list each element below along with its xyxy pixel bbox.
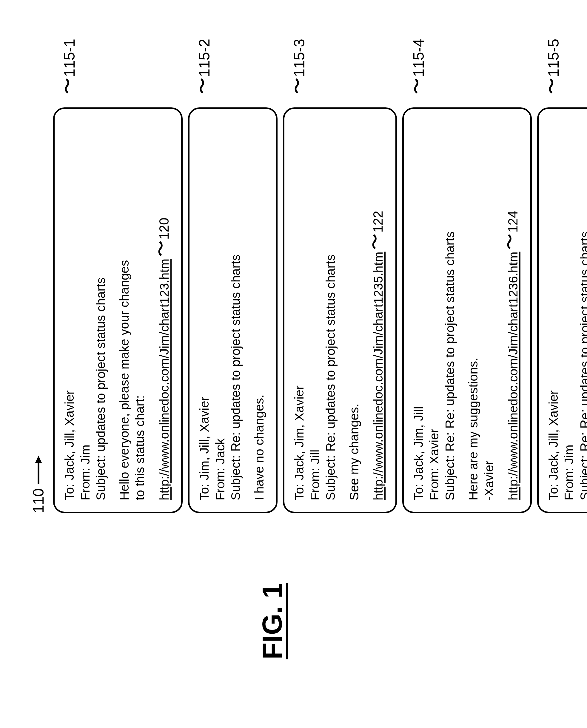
- link-ref: 〜124: [504, 211, 521, 250]
- email-from: From: Jack: [212, 120, 228, 500]
- link-ref-number: 124: [504, 211, 521, 233]
- email-to: To: Jack, Jim, Xavier: [291, 120, 307, 500]
- link-ref-number: 122: [370, 211, 386, 233]
- row-ref: 〜115-1: [61, 39, 78, 94]
- email-from: From: Jill: [307, 120, 323, 500]
- email-link[interactable]: http://www.onlinedoc.com/Jim/chart1236.h…: [506, 252, 521, 500]
- email-row: To: Jack, Jim, Jill From: Xavier Subject…: [402, 72, 532, 513]
- stack-ref-header: 110: [30, 72, 47, 513]
- row-ref: 〜115-2: [196, 39, 213, 94]
- email-card: To: Jim, Jill, Xavier From: Jack Subject…: [188, 107, 278, 513]
- arrow-icon: [34, 456, 43, 484]
- link-ref-number: 120: [156, 218, 172, 240]
- email-link[interactable]: http://www.onlinedoc.com/Jim/chart1235.h…: [371, 252, 386, 500]
- email-body-line: I have no changes.: [252, 120, 267, 500]
- email-to: To: Jack, Jill, Xavier: [62, 120, 77, 500]
- email-row: To: Jim, Jill, Xavier From: Jack Subject…: [188, 72, 278, 513]
- email-subject: Subject: Re: Re: updates to project stat…: [577, 120, 587, 500]
- row-ref-number: 115-4: [410, 39, 427, 77]
- email-card: To: Jack, Jim, Xavier From: Jill Subject…: [283, 107, 397, 513]
- email-from: From: Xavier: [426, 120, 442, 500]
- svg-marker-1: [35, 456, 42, 463]
- row-ref-number: 115-3: [291, 39, 308, 77]
- email-from: From: Jim: [561, 120, 577, 500]
- email-body-line: -Xavier: [482, 120, 497, 500]
- row-ref: 〜115-3: [291, 39, 308, 94]
- email-row: To: Jack, Jim, Xavier From: Jill Subject…: [283, 72, 397, 513]
- email-body-line: See my changes.: [347, 120, 362, 500]
- stack-ref-number: 110: [30, 488, 47, 513]
- row-ref-number: 115-5: [545, 39, 562, 77]
- email-subject: Subject: Re: updates to project status c…: [323, 120, 339, 500]
- row-ref-number: 115-2: [196, 39, 213, 77]
- email-to: To: Jack, Jim, Jill: [411, 120, 427, 500]
- link-ref: 〜122: [370, 211, 386, 250]
- email-to: To: Jack, Jill, Xavier: [546, 120, 562, 500]
- email-from: From: Jim: [77, 120, 93, 500]
- email-body-line: to this status chart:: [132, 120, 148, 500]
- email-row: To: Jack, Jill, Xavier From: Jim Subject…: [537, 72, 587, 513]
- row-ref: 〜115-5: [545, 39, 562, 94]
- email-subject: Subject: Re: Re: updates to project stat…: [442, 120, 458, 500]
- email-card: To: Jack, Jim, Jill From: Xavier Subject…: [402, 107, 532, 513]
- row-ref-number: 115-1: [61, 39, 78, 77]
- email-subject: Subject: updates to project status chart…: [93, 120, 109, 500]
- email-row: To: Jack, Jill, Xavier From: Jim Subject…: [53, 72, 183, 513]
- email-to: To: Jim, Jill, Xavier: [197, 120, 212, 500]
- email-stack: 110 To: Jack, Jill, Xavier From: Jim Sub…: [30, 72, 587, 513]
- email-subject: Subject: Re: updates to project status c…: [228, 120, 244, 500]
- email-body-line: Hello everyone, please make your changes: [117, 120, 133, 500]
- email-card: To: Jack, Jill, Xavier From: Jim Subject…: [53, 107, 183, 513]
- figure-label: FIG. 1: [257, 583, 288, 659]
- email-card: To: Jack, Jill, Xavier From: Jim Subject…: [537, 107, 587, 513]
- rotated-stage: FIG. 1 110 To: Jack, Jill, Xavier From: …: [0, 0, 587, 728]
- link-ref: 〜120: [156, 218, 172, 257]
- row-ref: 〜115-4: [410, 39, 427, 94]
- email-link[interactable]: http://www.onlinedoc.com/Jim/chart123.ht…: [157, 259, 172, 500]
- email-body-line: Here are my suggestions.: [466, 120, 482, 500]
